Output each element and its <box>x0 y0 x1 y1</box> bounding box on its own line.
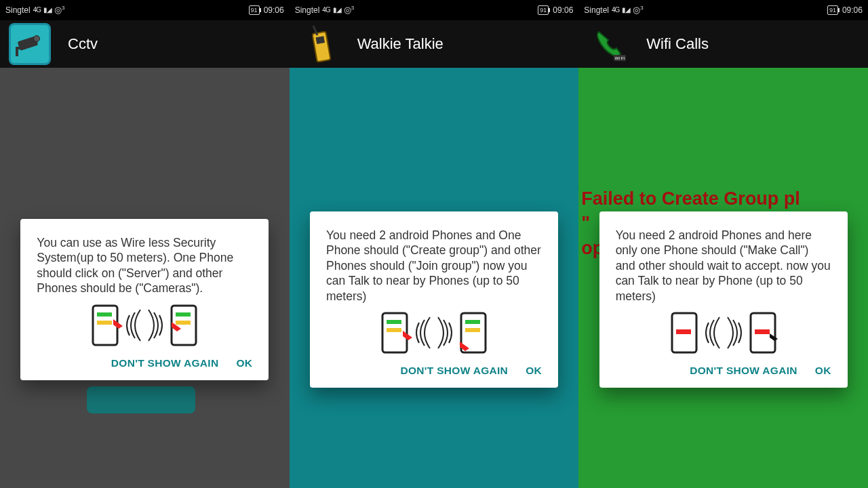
svg-rect-18 <box>465 328 480 332</box>
svg-rect-5 <box>97 312 112 317</box>
hotspot-icon: ◎3 <box>54 5 64 15</box>
hotspot-icon: ◎3 <box>344 5 354 15</box>
app-title: Wifi Calls <box>646 35 709 53</box>
svg-rect-6 <box>97 321 112 325</box>
dialog-message: You can use as Wire less Security System… <box>37 235 252 296</box>
net-badge: 4G <box>322 6 330 14</box>
info-dialog: You need 2 android Phones and One Phone … <box>310 211 558 388</box>
dont-show-again-button[interactable]: DON'T SHOW AGAIN <box>690 365 797 377</box>
net-badge: 4G <box>33 6 41 14</box>
svg-rect-8 <box>176 312 191 317</box>
info-dialog: You need 2 android Phones and here only … <box>599 211 848 388</box>
svg-point-1 <box>34 36 40 42</box>
battery-icon: 91 <box>827 5 838 15</box>
svg-rect-11 <box>315 36 325 44</box>
dialog-message: You need 2 android Phones and here only … <box>616 228 831 304</box>
svg-rect-22 <box>676 329 691 334</box>
wifi-call-icon: WI FI <box>587 22 630 66</box>
app-bar: Walkie Talkie <box>290 20 579 68</box>
status-bar: Singtel 4G ▮◢ ◎3 91 09:06 <box>578 0 868 20</box>
status-bar: Singtel 4G ▮◢ ◎3 91 09:06 <box>290 0 579 20</box>
cctv-icon <box>8 22 52 66</box>
svg-rect-3 <box>16 47 25 49</box>
screen-walkie-talkie: Singtel 4G ▮◢ ◎3 91 09:06 Walkie Talkie … <box>290 0 579 488</box>
app-bar: WI FI Wifi Calls <box>578 20 868 68</box>
app-bar: Cctv <box>0 20 290 68</box>
dialog-illustration <box>37 303 252 348</box>
screen-wifi-calls: Singtel 4G ▮◢ ◎3 91 09:06 WI FI Wifi Cal… <box>578 0 868 488</box>
carrier-label: Singtel <box>5 5 31 15</box>
carrier-label: Singtel <box>295 5 320 15</box>
walkie-talkie-icon <box>298 22 341 66</box>
battery-icon: 91 <box>538 5 549 15</box>
screen-cctv: Singtel 4G ▮◢ ◎3 91 09:06 Cctv You can u <box>0 0 290 488</box>
svg-rect-4 <box>93 306 117 345</box>
signal-icon: ▮◢ <box>43 6 52 14</box>
svg-rect-24 <box>755 329 770 334</box>
svg-rect-9 <box>176 321 191 325</box>
dialog-message: You need 2 android Phones and One Phone … <box>326 228 542 304</box>
svg-rect-15 <box>387 328 401 332</box>
clock: 09:06 <box>553 5 573 15</box>
ok-button[interactable]: OK <box>526 365 542 377</box>
svg-rect-14 <box>387 320 401 324</box>
svg-text:WI FI: WI FI <box>615 56 625 60</box>
clock: 09:06 <box>264 5 284 15</box>
dont-show-again-button[interactable]: DON'T SHOW AGAIN <box>401 365 509 377</box>
clock: 09:06 <box>842 5 863 15</box>
ok-button[interactable]: OK <box>236 357 252 369</box>
svg-rect-17 <box>465 320 480 324</box>
info-dialog: You can use as Wire less Security System… <box>20 219 269 380</box>
app-title: Cctv <box>68 35 98 53</box>
svg-rect-10 <box>312 32 330 62</box>
battery-icon: 91 <box>249 5 260 15</box>
app-title: Walkie Talkie <box>357 35 443 53</box>
ok-button[interactable]: OK <box>815 365 831 377</box>
signal-icon: ▮◢ <box>622 6 630 14</box>
carrier-label: Singtel <box>584 5 609 15</box>
net-badge: 4G <box>612 6 619 14</box>
status-bar: Singtel 4G ▮◢ ◎3 91 09:06 <box>0 0 290 20</box>
dialog-illustration <box>616 310 831 355</box>
dialog-illustration <box>326 310 542 355</box>
signal-icon: ▮◢ <box>333 6 341 14</box>
dont-show-again-button[interactable]: DON'T SHOW AGAIN <box>111 357 219 369</box>
hotspot-icon: ◎3 <box>633 5 643 15</box>
